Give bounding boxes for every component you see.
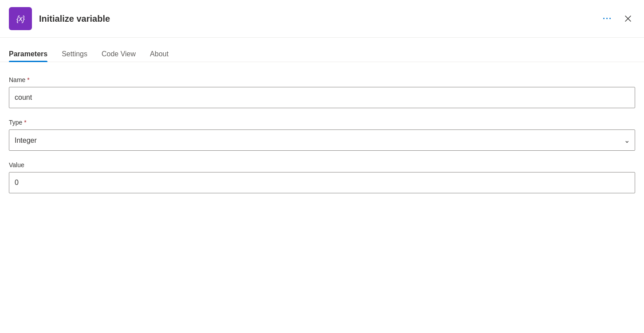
tabs-container: Parameters Settings Code View About (0, 38, 644, 62)
close-button[interactable] (621, 12, 635, 26)
type-required-star: * (24, 119, 26, 126)
name-label: Name * (9, 76, 635, 83)
close-icon (624, 15, 632, 22)
type-field-group: Type * Integer Float Boolean String Obje… (9, 119, 635, 151)
page-container: {x} Initialize variable ··· Parameters S… (0, 0, 644, 333)
type-select-wrapper: Integer Float Boolean String Object Arra… (9, 129, 635, 151)
tab-about[interactable]: About (150, 50, 169, 62)
name-required-star: * (27, 76, 29, 83)
type-label: Type * (9, 119, 635, 126)
header: {x} Initialize variable ··· (0, 0, 644, 38)
header-right: ··· (599, 12, 635, 26)
form-content: Name * Type * Integer Float Boolean Stri… (0, 62, 644, 213)
more-options-button[interactable]: ··· (599, 12, 616, 25)
action-icon-text: {x} (16, 14, 24, 24)
name-input[interactable] (9, 87, 635, 108)
header-left: {x} Initialize variable (9, 7, 110, 30)
value-field-group: Value (9, 161, 635, 193)
tab-code-view[interactable]: Code View (102, 50, 136, 62)
tab-settings[interactable]: Settings (62, 50, 87, 62)
name-field-group: Name * (9, 76, 635, 108)
value-label: Value (9, 161, 635, 168)
header-title: Initialize variable (39, 14, 110, 24)
action-icon: {x} (9, 7, 32, 30)
type-select[interactable]: Integer Float Boolean String Object Arra… (9, 129, 635, 151)
tab-parameters[interactable]: Parameters (9, 50, 47, 62)
value-input[interactable] (9, 172, 635, 193)
